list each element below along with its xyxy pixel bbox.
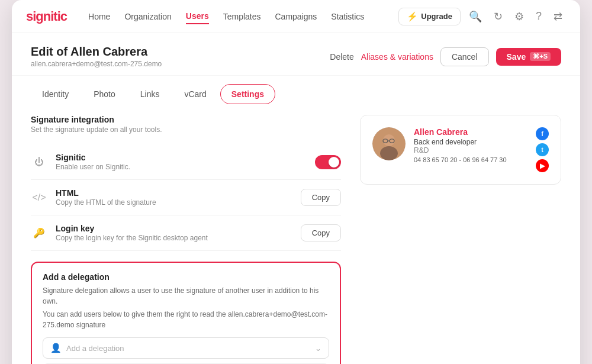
svg-point-1 xyxy=(383,134,395,146)
nav-actions: ⚡ Upgrade 🔍 ↻ ⚙ ? ⇄ xyxy=(398,8,566,25)
html-row: </> HTML Copy the HTML of the signature … xyxy=(31,180,341,215)
sig-dept: R&D xyxy=(414,146,525,154)
page-header-right: Delete Aliases & variations Cancel Save … xyxy=(330,47,561,66)
nav-statistics[interactable]: Statistics xyxy=(331,9,364,24)
sig-phone: 04 83 65 70 20 - 06 96 64 77 30 xyxy=(414,156,525,163)
right-panel: Allen Cabrera Back end developer R&D 04 … xyxy=(360,115,561,364)
signitic-info: Signitic Enable user on Signitic. xyxy=(56,153,307,171)
key-icon: 🔑 xyxy=(31,227,47,239)
delete-button[interactable]: Delete xyxy=(330,52,353,62)
power-icon: ⏻ xyxy=(31,157,47,167)
nav-organization[interactable]: Organization xyxy=(124,9,171,24)
signitic-toggle[interactable] xyxy=(315,155,341,169)
aliases-button[interactable]: Aliases & variations xyxy=(361,52,433,62)
svg-point-2 xyxy=(380,146,398,160)
tab-settings[interactable]: Settings xyxy=(220,84,275,104)
loginkey-name: Login key xyxy=(56,224,292,233)
search-button[interactable]: 🔍 xyxy=(465,8,485,25)
delegation-select[interactable]: 👤 Add a delegation ⌄ xyxy=(43,337,329,359)
help-button[interactable]: ? xyxy=(532,8,545,25)
nav-templates[interactable]: Templates xyxy=(223,9,261,24)
signitic-row: ⏻ Signitic Enable user on Signitic. xyxy=(31,144,341,180)
transfer-icon: ⇄ xyxy=(554,10,562,23)
tab-vcard[interactable]: vCard xyxy=(173,84,217,104)
toggle-thumb xyxy=(329,157,339,167)
sig-name: Allen Cabrera xyxy=(414,127,525,137)
sig-socials: f t ▶ xyxy=(536,127,549,172)
tab-photo[interactable]: Photo xyxy=(82,84,127,104)
html-copy-button[interactable]: Copy xyxy=(301,189,341,206)
html-sub: Copy the HTML of the signature xyxy=(56,198,292,207)
delegation-desc2: You can add users below to give them the… xyxy=(43,309,329,330)
sig-role: Back end developer xyxy=(414,138,525,146)
signitic-name: Signitic xyxy=(56,153,307,162)
loginkey-info: Login key Copy the login key for the Sig… xyxy=(56,224,292,242)
tab-identity[interactable]: Identity xyxy=(31,84,80,104)
code-icon: </> xyxy=(31,192,47,203)
gear-icon: ⚙ xyxy=(514,10,524,23)
youtube-icon[interactable]: ▶ xyxy=(536,159,549,172)
navbar: signitic Home Organization Users Templat… xyxy=(12,0,580,33)
main-content: Signature integration Set the signature … xyxy=(12,104,580,364)
nav-home[interactable]: Home xyxy=(88,9,110,24)
upgrade-label: Upgrade xyxy=(421,12,452,21)
left-panel: Signature integration Set the signature … xyxy=(31,115,341,364)
save-label: Save xyxy=(507,52,526,62)
page-header: Edit of Allen Cabrera allen.cabrera+demo… xyxy=(12,33,580,76)
cancel-button[interactable]: Cancel xyxy=(440,47,489,66)
delegation-desc1: Signature delegation allows a user to us… xyxy=(43,285,329,307)
logo: signitic xyxy=(26,9,67,24)
upgrade-button[interactable]: ⚡ Upgrade xyxy=(398,8,461,25)
page-title: Edit of Allen Cabrera xyxy=(31,45,162,59)
chevron-down-icon: ⌄ xyxy=(315,344,321,353)
html-name: HTML xyxy=(56,188,292,198)
section-title: Signature integration xyxy=(31,115,341,124)
avatar-image xyxy=(372,127,406,160)
save-shortcut: ⌘+S xyxy=(530,52,551,61)
help-icon: ? xyxy=(536,10,542,22)
section-desc: Set the signature update on all your too… xyxy=(31,125,341,134)
sig-info: Allen Cabrera Back end developer R&D 04 … xyxy=(414,127,525,163)
search-icon: 🔍 xyxy=(469,10,482,23)
user-email: allen.cabrera+demo@test.com-275.demo xyxy=(31,60,162,68)
settings-button[interactable]: ⚙ xyxy=(511,8,527,25)
save-button[interactable]: Save ⌘+S xyxy=(496,48,561,66)
refresh-button[interactable]: ↻ xyxy=(490,8,506,25)
twitter-icon[interactable]: t xyxy=(536,143,549,156)
nav-links: Home Organization Users Templates Campai… xyxy=(88,9,382,24)
signitic-sub: Enable user on Signitic. xyxy=(56,163,307,171)
delegation-title: Add a delegation xyxy=(43,272,329,282)
loginkey-copy-button[interactable]: Copy xyxy=(301,224,341,241)
tabs: Identity Photo Links vCard Settings xyxy=(12,76,580,104)
loginkey-row: 🔑 Login key Copy the login key for the S… xyxy=(31,215,341,251)
tab-links[interactable]: Links xyxy=(129,84,171,104)
bolt-icon: ⚡ xyxy=(407,11,418,22)
nav-users[interactable]: Users xyxy=(186,9,209,24)
delegation-box: Add a delegation Signature delegation al… xyxy=(31,262,341,364)
avatar xyxy=(372,127,406,160)
loginkey-sub: Copy the login key for the Signitic desk… xyxy=(56,234,292,242)
page-header-left: Edit of Allen Cabrera allen.cabrera+demo… xyxy=(31,45,162,68)
transfer-button[interactable]: ⇄ xyxy=(550,8,566,25)
nav-campaigns[interactable]: Campaigns xyxy=(275,9,317,24)
refresh-icon: ↻ xyxy=(494,10,503,23)
delegation-select-placeholder: Add a delegation xyxy=(66,344,310,353)
signature-preview: Allen Cabrera Back end developer R&D 04 … xyxy=(360,115,561,185)
facebook-icon[interactable]: f xyxy=(536,127,549,140)
html-info: HTML Copy the HTML of the signature xyxy=(56,188,292,207)
user-icon: 👤 xyxy=(50,343,62,353)
app-window: signitic Home Organization Users Templat… xyxy=(12,0,580,364)
